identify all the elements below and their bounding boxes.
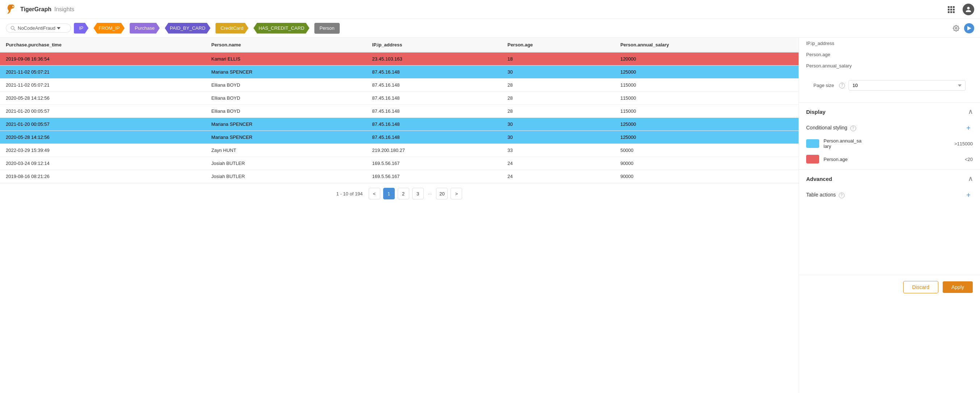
svg-rect-8 [950, 11, 952, 13]
page-size-row: Page size ? 10 20 50 100 [806, 77, 973, 96]
col-person-age: Person.age [501, 38, 614, 52]
add-table-action-button[interactable]: + [964, 191, 973, 200]
apply-button[interactable]: Apply [943, 281, 973, 293]
svg-rect-3 [953, 6, 955, 8]
user-avatar[interactable] [963, 4, 974, 15]
advanced-collapse-icon[interactable]: ∧ [968, 175, 973, 183]
cell-4: 115000 [614, 92, 799, 105]
cell-0: 2022-03-29 15:39:49 [0, 144, 206, 157]
styling-rule-1-color[interactable] [806, 139, 819, 148]
settings-icon[interactable] [951, 23, 961, 34]
tag-paid-by-card[interactable]: PAID_BY_CARD [165, 23, 210, 34]
cell-0: 2021-01-20 00:05:57 [0, 118, 206, 131]
discard-button[interactable]: Discard [903, 281, 939, 293]
svg-marker-13 [967, 26, 971, 30]
cell-0: 2021-11-02 05:07:21 [0, 79, 206, 92]
table-row: 2019-09-08 16:36:54Kamari ELLIS23.45.103… [0, 52, 799, 66]
display-collapse-icon[interactable]: ∧ [968, 108, 973, 116]
grid-icon[interactable] [945, 4, 957, 15]
brand-name: TigerGraph [20, 6, 51, 13]
cell-3: 28 [501, 79, 614, 92]
chevron-down-icon [57, 27, 60, 29]
table-row: 2020-03-24 09:12:14Josiah BUTLER169.5.56… [0, 157, 799, 170]
panel-item[interactable]: IP.ip_address [799, 38, 980, 49]
cell-4: 50000 [614, 144, 799, 157]
svg-point-12 [955, 27, 957, 29]
tiger-logo-icon [6, 4, 18, 15]
conditional-styling-help-icon: ? [850, 125, 856, 131]
table-row: 2021-01-20 00:05:57Elliana BOYD87.45.16.… [0, 105, 799, 118]
styling-rule-1-field: Person.annual_salary [824, 138, 950, 149]
display-section: Display ∧ Conditional styling ? + Person… [799, 102, 980, 166]
cell-4: 125000 [614, 131, 799, 144]
cell-3: 18 [501, 52, 614, 66]
cell-1: Mariana SPENCER [206, 131, 366, 144]
page-1-button[interactable]: 1 [383, 188, 395, 200]
cell-1: Elliana BOYD [206, 105, 366, 118]
page-size-select[interactable]: 10 20 50 100 [848, 80, 966, 91]
svg-point-10 [11, 26, 14, 29]
run-query-button[interactable] [964, 23, 974, 34]
display-section-title: Display [806, 109, 826, 115]
cell-1: Josiah BUTLER [206, 157, 366, 170]
table-row: 2020-05-28 14:12:56Mariana SPENCER87.45.… [0, 131, 799, 144]
page-20-button[interactable]: 20 [436, 188, 448, 200]
cell-3: 28 [501, 105, 614, 118]
tag-has-credit-card[interactable]: HAS_CREDIT_CARD [253, 23, 309, 34]
page-size-help-icon: ? [839, 83, 845, 88]
cell-3: 30 [501, 131, 614, 144]
col-person-name: Person.name [206, 38, 366, 52]
styling-rule-2-color[interactable] [806, 155, 819, 163]
advanced-section-header: Advanced ∧ [799, 170, 980, 188]
tag-ip[interactable]: IP [74, 23, 88, 34]
table-actions-label: Table actions ? [806, 192, 845, 198]
svg-rect-6 [953, 9, 955, 11]
svg-rect-2 [950, 6, 952, 8]
table-actions-help-icon: ? [839, 193, 845, 198]
cell-0: 2021-11-02 05:07:21 [0, 66, 206, 79]
table-row: 2020-05-28 14:12:56Elliana BOYD87.45.16.… [0, 92, 799, 105]
tag-credit-card[interactable]: CreditCard [215, 23, 248, 34]
search-icon [11, 26, 16, 31]
cell-3: 24 [501, 157, 614, 170]
brand-suffix: Insights [54, 6, 74, 13]
conditional-styling-header: Conditional styling ? + [799, 121, 980, 135]
panel-item[interactable]: Person.age [799, 49, 980, 60]
cell-4: 115000 [614, 105, 799, 118]
cell-4: 90000 [614, 170, 799, 183]
cell-4: 125000 [614, 118, 799, 131]
col-annual-salary: Person.annual_salary [614, 38, 799, 52]
styling-rule-1-condition: >115000 [954, 141, 973, 147]
panel-footer: Discard Apply [799, 275, 980, 299]
main-content: Purchase.purchase_time Person.name IP.ip… [0, 38, 980, 393]
pipeline-tags: IP FROM_IP Purchase PAID_BY_CARD CreditC… [74, 23, 948, 34]
cell-0: 2020-03-24 09:12:14 [0, 157, 206, 170]
cell-2: 169.5.56.167 [366, 157, 502, 170]
panel-item[interactable]: Person.annual_salary [799, 60, 980, 72]
prev-page-button[interactable]: < [369, 188, 380, 200]
search-input-wrap[interactable]: NoCodeAntiFraud [6, 24, 71, 33]
styling-rule-2-field: Person.age [824, 157, 961, 162]
header: TigerGraphInsights [0, 0, 980, 19]
cell-0: 2021-01-20 00:05:57 [0, 105, 206, 118]
page-3-button[interactable]: 3 [412, 188, 424, 200]
tag-person[interactable]: Person [314, 23, 339, 34]
tag-purchase[interactable]: Purchase [130, 23, 160, 34]
table-row: 2021-11-02 05:07:21Mariana SPENCER87.45.… [0, 66, 799, 79]
cell-4: 120000 [614, 52, 799, 66]
cell-4: 90000 [614, 157, 799, 170]
tag-from-ip[interactable]: FROM_IP [94, 23, 124, 34]
graph-selector[interactable]: NoCodeAntiFraud [18, 26, 60, 31]
cell-2: 169.5.56.167 [366, 170, 502, 183]
svg-rect-4 [948, 9, 950, 11]
cell-2: 87.45.16.148 [366, 105, 502, 118]
add-conditional-styling-button[interactable]: + [964, 124, 973, 132]
table-header-row: Purchase.purchase_time Person.name IP.ip… [0, 38, 799, 52]
cell-3: 30 [501, 66, 614, 79]
col-purchase-time: Purchase.purchase_time [0, 38, 206, 52]
cell-3: 30 [501, 118, 614, 131]
next-page-button[interactable]: > [450, 188, 462, 200]
page-2-button[interactable]: 2 [398, 188, 409, 200]
cell-1: Elliana BOYD [206, 92, 366, 105]
cell-1: Josiah BUTLER [206, 170, 366, 183]
